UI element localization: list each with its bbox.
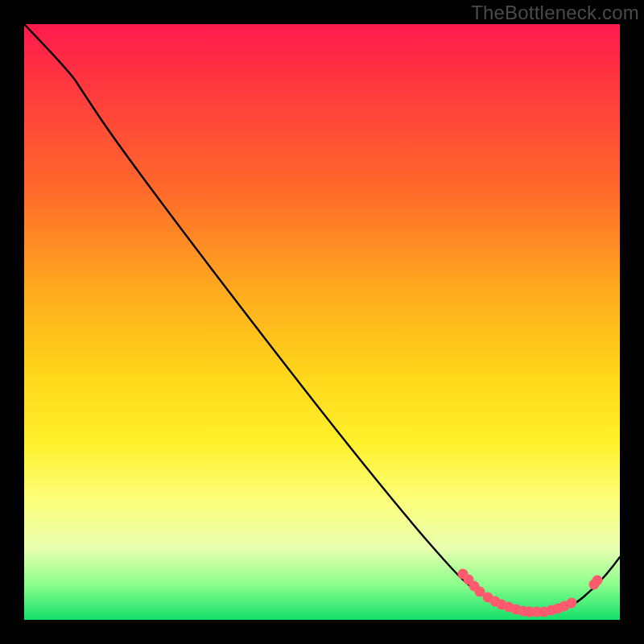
data-dot — [458, 569, 469, 580]
data-dot — [469, 581, 480, 592]
data-dot — [589, 580, 600, 590]
data-dot — [504, 602, 514, 613]
curve-line — [24, 24, 620, 614]
watermark-text: TheBottleneck.com — [471, 2, 639, 24]
curve-svg — [24, 24, 620, 620]
data-dot — [532, 607, 543, 617]
data-dot — [547, 605, 557, 616]
data-dot — [559, 601, 570, 612]
curve-dots — [458, 569, 603, 617]
data-dot — [464, 575, 474, 585]
data-dot — [518, 606, 529, 617]
plot-area — [24, 24, 620, 620]
data-dot — [475, 587, 485, 597]
data-dot — [592, 576, 603, 586]
data-dot — [553, 604, 564, 614]
data-dot — [524, 607, 535, 617]
data-dot — [497, 600, 507, 610]
chart-frame: TheBottleneck.com — [0, 0, 644, 644]
data-dot — [567, 598, 577, 609]
data-dot — [511, 605, 522, 615]
data-dot — [539, 607, 550, 617]
data-dot — [483, 592, 493, 603]
data-dot — [490, 597, 501, 607]
data-dot — [526, 607, 536, 617]
